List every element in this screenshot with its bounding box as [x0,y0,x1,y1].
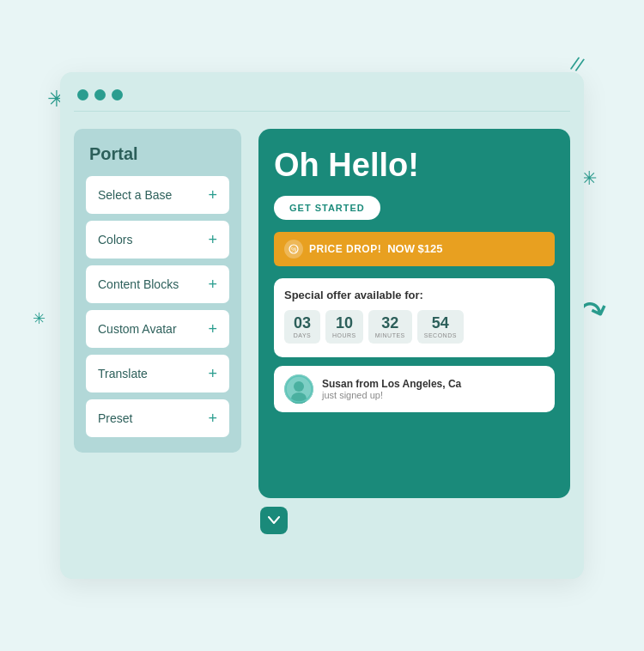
down-button[interactable] [260,507,288,534]
portal-item-label-custom-avatar: Custom Avatar [98,322,177,336]
countdown-timer: 03 DAYS 10 HOURS 32 MINUTES 54 [284,310,544,344]
svg-text:%: % [291,246,296,252]
portal-title: Portal [86,144,229,164]
widget-cta-button[interactable]: GET STARTED [274,196,380,220]
portal-item-plus-content-blocks: + [208,277,217,292]
portal-item-plus-select-base: + [208,187,217,203]
offer-card: Special offer available for: 03 DAYS 10 … [274,278,555,357]
social-proof-card: Susan from Los Angeles, Ca just signed u… [274,366,555,412]
countdown-minutes-num: 32 [375,315,405,331]
portal-item-colors[interactable]: Colors + [86,221,229,259]
countdown-days: 03 DAYS [284,310,320,344]
portal-item-select-base[interactable]: Select a Base + [86,176,229,214]
deco-asterisk-left-bottom: ✳ [33,309,46,328]
portal-item-label-content-blocks: Content Blocks [98,277,179,291]
portal-item-custom-avatar[interactable]: Custom Avatar + [86,310,229,348]
browser-dot-2 [94,89,106,100]
portal-item-label-preset: Preset [98,411,132,425]
portal-item-plus-colors: + [208,232,217,247]
browser-dot-1 [77,89,88,100]
price-drop-now: NOW $125 [387,242,442,255]
price-drop-banner: % PRICE DROP! NOW $125 [274,232,555,266]
portal-item-plus-preset: + [208,411,217,426]
portal-item-preset[interactable]: Preset + [86,399,229,437]
portal-item-plus-custom-avatar: + [208,321,217,337]
countdown-minutes: 32 MINUTES [368,310,412,344]
countdown-hours-label: HOURS [332,332,356,338]
avatar [284,374,313,404]
countdown-seconds-num: 54 [424,315,457,331]
browser-dot-3 [112,89,123,100]
portal-item-plus-translate: + [208,366,217,381]
countdown-days-num: 03 [291,315,313,331]
countdown-hours-num: 10 [332,315,356,331]
portal-item-label-select-base: Select a Base [98,188,172,202]
social-proof-text: Susan from Los Angeles, Ca just signed u… [322,378,461,400]
portal-item-content-blocks[interactable]: Content Blocks + [86,265,229,303]
browser-topbar [74,86,570,112]
svg-point-3 [294,381,304,392]
countdown-minutes-label: MINUTES [375,332,405,338]
countdown-days-label: DAYS [291,332,313,338]
portal-item-translate[interactable]: Translate + [86,355,229,392]
widget-hello-text: Oh Hello! [274,148,555,184]
offer-title: Special offer available for: [284,289,544,301]
portal-item-label-translate: Translate [98,367,148,380]
countdown-hours: 10 HOURS [325,310,363,344]
countdown-seconds: 54 SECONDS [417,310,464,344]
portal-sidebar: Portal Select a Base + Colors + Content … [74,129,241,453]
countdown-seconds-label: SECONDS [424,332,457,338]
portal-item-label-colors: Colors [98,233,132,246]
social-proof-sub: just signed up! [322,390,461,400]
price-drop-label: PRICE DROP! [309,243,381,255]
price-drop-icon: % [284,240,303,259]
browser-content: Portal Select a Base + Colors + Content … [74,129,570,534]
widget-panel: Oh Hello! GET STARTED % PRICE DROP! NOW … [258,129,570,498]
social-proof-name: Susan from Los Angeles, Ca [322,378,461,390]
browser-window: Portal Select a Base + Colors + Content … [60,72,584,579]
